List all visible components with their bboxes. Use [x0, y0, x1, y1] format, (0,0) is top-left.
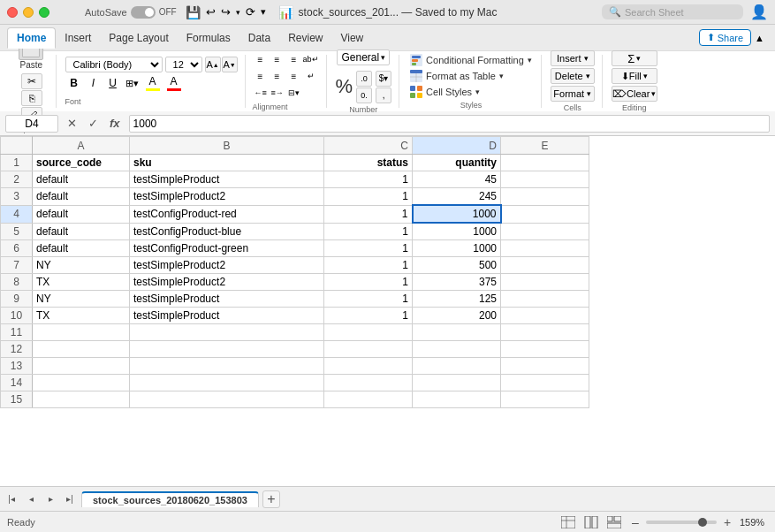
- align-mid-left-button[interactable]: ≡: [253, 68, 269, 84]
- fill-color-button[interactable]: A: [143, 74, 163, 92]
- search-bar[interactable]: 🔍 Search Sheet: [602, 4, 743, 19]
- cut-button[interactable]: ✂: [21, 73, 42, 89]
- cell-E9[interactable]: [501, 291, 589, 308]
- cell-A14[interactable]: [33, 375, 130, 391]
- row-header-5[interactable]: 5: [1, 223, 33, 240]
- cancel-formula-button[interactable]: ✕: [64, 116, 80, 132]
- cell-A13[interactable]: [33, 358, 130, 375]
- row-header-13[interactable]: 13: [1, 358, 33, 375]
- tab-home[interactable]: Home: [7, 27, 56, 49]
- wrap-text-button[interactable]: ↵: [303, 68, 319, 84]
- cell-E10[interactable]: [501, 308, 589, 324]
- cell-E11[interactable]: [501, 324, 589, 341]
- align-top-left-button[interactable]: ≡: [253, 51, 269, 67]
- cell-E4[interactable]: [501, 205, 589, 223]
- row-header-8[interactable]: 8: [1, 274, 33, 291]
- cell-B7[interactable]: testSimpleProduct2: [130, 257, 324, 274]
- cell-A3[interactable]: default: [33, 188, 130, 206]
- cell-E12[interactable]: [501, 341, 589, 358]
- cell-B8[interactable]: testSimpleProduct2: [130, 274, 324, 291]
- cell-B6[interactable]: testConfigProduct-green: [130, 240, 324, 257]
- cell-B10[interactable]: testSimpleProduct: [130, 308, 324, 324]
- tab-data[interactable]: Data: [239, 28, 279, 48]
- cell-B12[interactable]: [130, 341, 324, 358]
- cell-B4[interactable]: testConfigProduct-red: [130, 205, 324, 223]
- increase-font-button[interactable]: A▲: [205, 57, 221, 72]
- row-header-3[interactable]: 3: [1, 188, 33, 206]
- cell-E13[interactable]: [501, 358, 589, 375]
- prev-sheet-button[interactable]: ◂: [23, 491, 39, 507]
- orientation-button[interactable]: ab↵: [303, 51, 319, 67]
- cell-A10[interactable]: TX: [33, 308, 130, 324]
- page-break-view-button[interactable]: [605, 515, 623, 529]
- row-header-2[interactable]: 2: [1, 171, 33, 188]
- zoom-out-button[interactable]: –: [628, 515, 642, 529]
- number-format-dropdown[interactable]: General ▾: [337, 49, 390, 65]
- col-header-E[interactable]: E: [501, 137, 589, 155]
- cell-E8[interactable]: [501, 274, 589, 291]
- cell-E14[interactable]: [501, 375, 589, 391]
- cell-E6[interactable]: [501, 240, 589, 257]
- cell-C7[interactable]: 1: [324, 257, 413, 274]
- cell-C11[interactable]: [324, 324, 413, 341]
- cell-D15[interactable]: [413, 391, 501, 408]
- first-sheet-button[interactable]: |◂: [4, 491, 19, 507]
- cell-E7[interactable]: [501, 257, 589, 274]
- cell-A7[interactable]: NY: [33, 257, 130, 274]
- cell-B5[interactable]: testConfigProduct-blue: [130, 223, 324, 240]
- formula-input[interactable]: [129, 115, 770, 133]
- fill-button[interactable]: ⬇Fill▾: [612, 68, 657, 84]
- cell-D9[interactable]: 125: [413, 291, 501, 308]
- decrease-font-button[interactable]: A▼: [222, 57, 238, 72]
- cell-B11[interactable]: [130, 324, 324, 341]
- indent-less-button[interactable]: ←≡: [253, 85, 269, 101]
- add-sheet-button[interactable]: +: [262, 490, 280, 508]
- col-header-D[interactable]: D: [413, 137, 501, 155]
- ribbon-collapse-icon[interactable]: ▲: [755, 33, 764, 43]
- align-mid-right-button[interactable]: ≡: [286, 68, 302, 84]
- cell-A5[interactable]: default: [33, 223, 130, 240]
- cell-C9[interactable]: 1: [324, 291, 413, 308]
- next-sheet-button[interactable]: ▸: [42, 491, 58, 507]
- cell-C15[interactable]: [324, 391, 413, 408]
- tab-view[interactable]: View: [331, 28, 372, 48]
- row-header-1[interactable]: 1: [1, 155, 33, 171]
- row-header-11[interactable]: 11: [1, 324, 33, 341]
- row-header-14[interactable]: 14: [1, 375, 33, 391]
- cell-E3[interactable]: [501, 188, 589, 206]
- tab-insert[interactable]: Insert: [56, 28, 100, 48]
- sheet-area[interactable]: A B C D E 1source_codeskustatusquantity2…: [0, 136, 775, 486]
- cell-B15[interactable]: [130, 391, 324, 408]
- save-icon[interactable]: 💾: [186, 5, 201, 19]
- cell-C1[interactable]: status: [324, 155, 413, 171]
- cell-C13[interactable]: [324, 358, 413, 375]
- account-icon[interactable]: 👤: [750, 4, 768, 20]
- decrease-decimal-button[interactable]: 0.: [356, 87, 372, 103]
- autosave-toggle[interactable]: [131, 6, 156, 19]
- format-cells-button[interactable]: Format▾: [551, 86, 595, 102]
- cell-C3[interactable]: 1: [324, 188, 413, 206]
- share-button[interactable]: ⬆ Share: [699, 29, 751, 46]
- cell-D1[interactable]: quantity: [413, 155, 501, 171]
- cell-C2[interactable]: 1: [324, 171, 413, 188]
- col-header-B[interactable]: B: [130, 137, 324, 155]
- cell-D3[interactable]: 245: [413, 188, 501, 206]
- cell-C10[interactable]: 1: [324, 308, 413, 324]
- align-top-right-button[interactable]: ≡: [286, 51, 302, 67]
- cell-A15[interactable]: [33, 391, 130, 408]
- last-sheet-button[interactable]: ▸|: [62, 491, 78, 507]
- border-button[interactable]: ⊞▾: [124, 74, 141, 92]
- cell-D7[interactable]: 500: [413, 257, 501, 274]
- italic-button[interactable]: I: [85, 74, 103, 92]
- col-header-A[interactable]: A: [33, 137, 130, 155]
- cell-E2[interactable]: [501, 171, 589, 188]
- row-header-15[interactable]: 15: [1, 391, 33, 408]
- close-button[interactable]: [7, 7, 18, 18]
- font-color-button[interactable]: A: [164, 74, 184, 92]
- format-as-table-button[interactable]: Format as Table ▾: [408, 69, 534, 83]
- row-header-12[interactable]: 12: [1, 341, 33, 358]
- font-family-select[interactable]: Calibri (Body): [65, 57, 163, 72]
- cell-C4[interactable]: 1: [324, 205, 413, 223]
- delete-cells-button[interactable]: Delete▾: [551, 68, 595, 84]
- normal-view-button[interactable]: [559, 515, 577, 529]
